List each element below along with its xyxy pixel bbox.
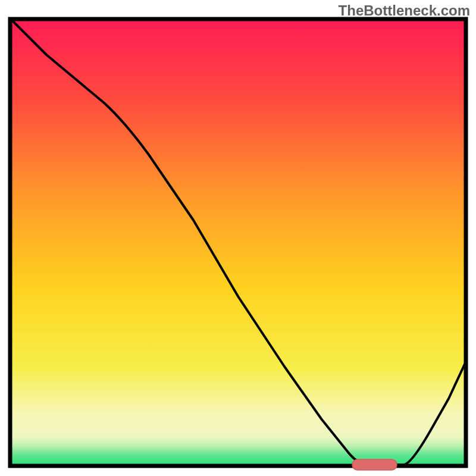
attribution-label: TheBottleneck.com <box>339 2 470 19</box>
optimum-marker <box>352 459 397 470</box>
chart-container: TheBottleneck.com <box>0 0 476 476</box>
plot-background <box>10 19 466 466</box>
bottleneck-chart <box>0 0 476 476</box>
